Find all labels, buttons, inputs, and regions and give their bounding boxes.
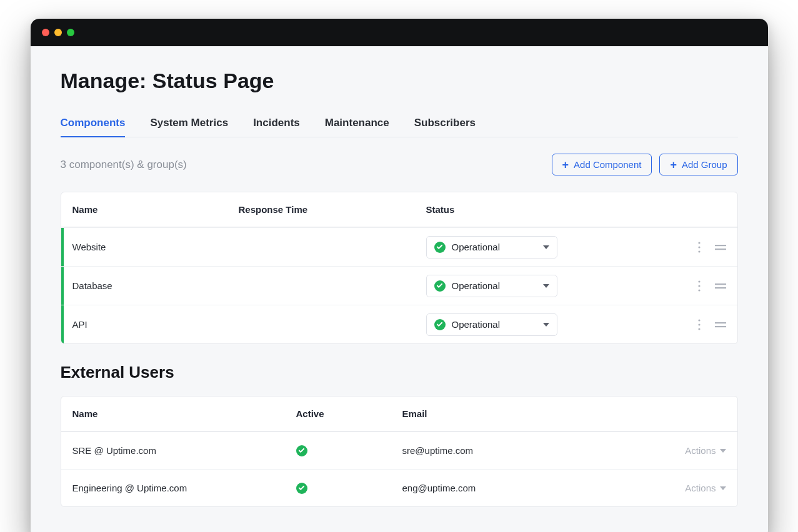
table-row: Database Operational bbox=[61, 266, 737, 305]
caret-down-icon bbox=[543, 323, 549, 327]
svg-point-5 bbox=[698, 280, 700, 282]
components-table: Name Response Time Status Website Operat… bbox=[61, 192, 738, 344]
drag-handle-icon[interactable] bbox=[715, 282, 726, 290]
svg-point-11 bbox=[698, 323, 700, 325]
table-row: Website Operational bbox=[61, 227, 737, 266]
page-content: Manage: Status Page Components System Me… bbox=[31, 46, 768, 532]
users-table-header: Name Active Email bbox=[61, 397, 737, 431]
col-response-time: Response Time bbox=[239, 204, 426, 215]
status-label: Operational bbox=[452, 280, 501, 291]
external-users-title: External Users bbox=[61, 363, 738, 382]
col-status: Status bbox=[426, 204, 651, 215]
user-email: eng@uptime.com bbox=[402, 483, 626, 493]
tab-bar: Components System Metrics Incidents Main… bbox=[61, 112, 738, 137]
components-toolbar: 3 component(s) & group(s) + Add Componen… bbox=[61, 154, 738, 175]
add-component-label: Add Component bbox=[574, 159, 641, 170]
app-window: Manage: Status Page Components System Me… bbox=[31, 19, 768, 532]
col-name: Name bbox=[72, 204, 239, 215]
table-row: API Operational bbox=[61, 305, 737, 343]
check-circle-icon bbox=[434, 280, 446, 292]
window-close-icon[interactable] bbox=[42, 29, 49, 36]
add-component-button[interactable]: + Add Component bbox=[552, 154, 652, 175]
svg-point-0 bbox=[698, 242, 700, 244]
caret-down-icon bbox=[543, 284, 549, 288]
kebab-menu-icon[interactable] bbox=[697, 280, 701, 292]
tab-system-metrics[interactable]: System Metrics bbox=[150, 112, 228, 137]
check-circle-icon bbox=[296, 483, 307, 494]
tab-incidents[interactable]: Incidents bbox=[253, 112, 300, 137]
status-select[interactable]: Operational bbox=[426, 313, 557, 336]
add-group-button[interactable]: + Add Group bbox=[659, 154, 737, 175]
components-table-header: Name Response Time Status bbox=[61, 192, 737, 227]
caret-down-icon bbox=[543, 245, 549, 249]
svg-point-7 bbox=[698, 289, 700, 291]
check-circle-icon bbox=[434, 319, 446, 330]
table-row: SRE @ Uptime.com sre@uptime.com Actions bbox=[61, 431, 737, 469]
tab-maintenance[interactable]: Maintenance bbox=[325, 112, 389, 137]
svg-point-12 bbox=[698, 328, 700, 330]
svg-rect-3 bbox=[715, 245, 726, 246]
svg-rect-8 bbox=[715, 283, 726, 285]
window-minimize-icon[interactable] bbox=[54, 29, 62, 36]
svg-rect-14 bbox=[715, 326, 726, 327]
check-circle-icon bbox=[434, 242, 446, 253]
component-name: Website bbox=[72, 242, 239, 252]
svg-point-6 bbox=[698, 285, 700, 287]
svg-point-2 bbox=[698, 250, 700, 252]
table-row: Engineering @ Uptime.com eng@uptime.com … bbox=[61, 469, 737, 506]
status-label: Operational bbox=[452, 319, 501, 330]
drag-handle-icon[interactable] bbox=[715, 321, 726, 328]
caret-down-icon bbox=[720, 449, 726, 453]
col-email: Email bbox=[402, 408, 626, 419]
svg-rect-9 bbox=[715, 287, 726, 288]
external-users-table: Name Active Email SRE @ Uptime.com sre@u… bbox=[61, 396, 738, 507]
add-group-label: Add Group bbox=[682, 159, 727, 170]
col-name: Name bbox=[72, 408, 296, 419]
user-email: sre@uptime.com bbox=[402, 445, 626, 456]
page-title: Manage: Status Page bbox=[61, 69, 738, 93]
window-maximize-icon[interactable] bbox=[67, 29, 74, 36]
component-name: Database bbox=[72, 280, 239, 291]
user-actions-menu[interactable]: Actions bbox=[685, 483, 726, 493]
actions-label: Actions bbox=[685, 483, 716, 493]
svg-rect-4 bbox=[715, 249, 726, 250]
svg-rect-13 bbox=[715, 322, 726, 323]
components-buttons: + Add Component + Add Group bbox=[552, 154, 738, 175]
actions-label: Actions bbox=[685, 445, 716, 456]
user-actions-menu[interactable]: Actions bbox=[685, 445, 726, 456]
component-name: API bbox=[72, 319, 239, 330]
tab-components[interactable]: Components bbox=[61, 112, 126, 137]
user-name: SRE @ Uptime.com bbox=[72, 445, 296, 456]
caret-down-icon bbox=[720, 486, 726, 490]
kebab-menu-icon[interactable] bbox=[697, 319, 701, 330]
svg-point-10 bbox=[698, 319, 700, 321]
status-label: Operational bbox=[452, 242, 501, 252]
user-name: Engineering @ Uptime.com bbox=[72, 483, 296, 493]
col-active: Active bbox=[296, 408, 402, 419]
tab-subscribers[interactable]: Subscribers bbox=[414, 112, 476, 137]
window-titlebar bbox=[31, 19, 768, 46]
check-circle-icon bbox=[296, 445, 307, 456]
kebab-menu-icon[interactable] bbox=[697, 242, 701, 253]
svg-point-1 bbox=[698, 246, 700, 248]
drag-handle-icon[interactable] bbox=[715, 244, 726, 251]
status-select[interactable]: Operational bbox=[426, 236, 557, 259]
components-count: 3 component(s) & group(s) bbox=[61, 159, 187, 171]
status-select[interactable]: Operational bbox=[426, 275, 557, 297]
